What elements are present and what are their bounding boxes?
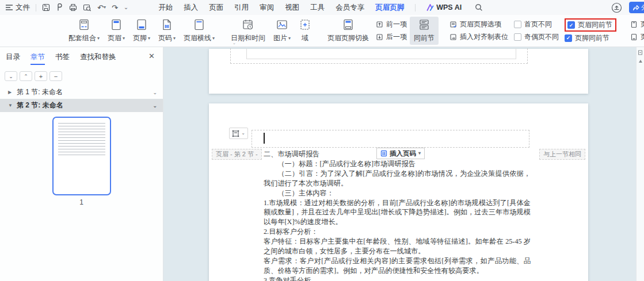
insert-page-number-button[interactable]: 插入页码 ▾ <box>376 148 425 159</box>
chevron-down-icon: ▾ <box>418 151 421 156</box>
print-button[interactable] <box>69 3 77 11</box>
odd-even-different-label: 奇偶页不同 <box>524 32 559 42</box>
chevron-down-icon: ▾ <box>288 36 291 41</box>
sidebar-close-icon[interactable]: ✕ <box>148 52 155 60</box>
ribbon-tabs: 开始 插入 页面 引用 审阅 视图 工具 会员专享 页眉页脚 WPS AI <box>158 3 483 13</box>
remove-section-button[interactable]: − <box>49 71 62 81</box>
next-section-button[interactable]: ⌄ <box>5 71 17 81</box>
expanded-triangle-icon[interactable]: ▼ <box>8 103 13 108</box>
document-body-text[interactable]: 二、市场调研报告 （一）标题：[产品或行业名称]市场调研报告 （二）引言：为了深… <box>264 149 531 281</box>
thumbnail-page-number: 1 <box>0 198 163 206</box>
sidebar-tab-sections[interactable]: 章节 <box>31 52 45 62</box>
share-icon <box>632 5 639 11</box>
sidebar-tab-contents[interactable]: 目录 <box>6 52 20 62</box>
save-button[interactable] <box>42 3 50 11</box>
next-item-button[interactable]: 后一项 <box>376 32 407 42</box>
previous-section-button[interactable]: ⌃ <box>20 71 32 81</box>
margin-group: 页眉上边距: 1.50厘米 ⌃⌄ 页脚下边距: 1.75厘米 ⌃⌄ <box>627 17 644 45</box>
scroll-prev-page-icon[interactable] <box>638 50 643 55</box>
datetime-label: 日期和时间 <box>231 33 265 43</box>
ribbon-collapse-icon[interactable]: ⌄ <box>233 41 236 45</box>
footer-button[interactable]: 页脚▾ <box>129 17 154 45</box>
header-line-button[interactable]: 页眉横线▾ <box>180 17 219 45</box>
chevron-down-icon[interactable]: ⌄ <box>153 103 157 109</box>
checkbox-unchecked-icon <box>514 21 521 28</box>
footer-bottom-margin-row: 页脚下边距: 1.75厘米 ⌃⌄ <box>630 32 644 43</box>
same-as-previous-section-button[interactable]: 同前节 <box>410 17 439 45</box>
title-bar: 文件 ↶▾ ↷ ⌄ 开始 插入 页面 引用 审阅 视图 工具 会员专享 页眉页脚… <box>0 0 644 15</box>
header-footer-options-button[interactable]: 页眉页脚选项 <box>449 20 508 29</box>
doc-paragraph: 3.竞争对手分析 <box>264 276 531 281</box>
diff-checkbox-group: 首页不同 奇偶页不同 <box>511 17 562 45</box>
doc-paragraph: （一）标题：[产品或行业名称]市场调研报告 <box>264 159 531 169</box>
file-menu[interactable]: 文件 <box>6 3 30 13</box>
vertical-scrollbar[interactable] <box>636 47 644 281</box>
header-button[interactable]: 页眉▾ <box>104 17 129 45</box>
document-canvas[interactable]: ⌄ 页眉 - 第 2 节 - 插入页码 ▾ 与上一节相同 二、市场调研报告 （一… <box>163 47 644 281</box>
header-line-icon <box>193 18 205 31</box>
export-button[interactable] <box>56 3 63 11</box>
thumbnail-text-lines <box>58 123 105 155</box>
insert-alignment-tab-button[interactable]: 插入对齐制表位 <box>449 32 508 42</box>
picture-button[interactable]: 图片▾ <box>269 17 295 45</box>
section-row-1[interactable]: ▶ 第 1 节: 未命名 ⌄ <box>0 86 163 99</box>
section-row-2[interactable]: ▼ 第 2 节: 未命名 ⌄ <box>0 99 163 112</box>
first-page-different-checkbox[interactable]: 首页不同 <box>514 20 559 29</box>
footer-margin-icon <box>630 33 638 41</box>
chevron-down-icon[interactable]: ⌄ <box>153 90 157 95</box>
collapsed-triangle-icon[interactable]: ▶ <box>8 90 13 95</box>
combo-set-button[interactable]: 配套组合▾ <box>64 17 104 45</box>
cloud-upload-icon[interactable] <box>611 2 622 13</box>
footer-same-prev-checkbox[interactable]: ✓ 页脚同前节 <box>565 33 616 43</box>
tab-review[interactable]: 审阅 <box>260 3 274 13</box>
tab-page[interactable]: 页面 <box>209 3 223 13</box>
chevron-down-icon: ⌄ <box>241 131 245 136</box>
tab-reference[interactable]: 引用 <box>234 3 249 13</box>
sidebar-tab-find-replace[interactable]: 查找和替换 <box>80 52 116 62</box>
footer-same-prev-label: 页脚同前节 <box>575 33 609 43</box>
wps-ai-logo-icon <box>426 4 434 11</box>
tab-insert[interactable]: 插入 <box>184 3 198 13</box>
page-number-label: 页码 <box>158 33 172 43</box>
field-button[interactable]: 域 <box>295 17 315 45</box>
doc-paragraph: 1.市场规模：通过对相关数据的分析，目前[产品或行业名称]的市场规模达到了[具体… <box>264 198 531 228</box>
chevron-down-icon: ▾ <box>97 36 100 41</box>
header-footer-toggle-button[interactable]: 页眉页脚切换 <box>323 17 373 45</box>
tab-home[interactable]: 开始 <box>158 3 173 13</box>
undo-button[interactable]: ↶▾ <box>97 4 106 11</box>
redo-button[interactable]: ↷ <box>112 4 118 11</box>
document-page-2[interactable]: ⌄ 页眉 - 第 2 节 - 插入页码 ▾ 与上一节相同 二、市场调研报告 （一… <box>209 103 588 281</box>
header-footer-options-label: 页眉页脚选项 <box>460 20 501 29</box>
tab-member[interactable]: 会员专享 <box>336 3 364 13</box>
section-list: ▶ 第 1 节: 未命名 ⌄ ▼ 第 2 节: 未命名 ⌄ 1 <box>0 86 163 206</box>
insert-page-number-icon <box>380 150 387 157</box>
picture-icon <box>276 18 288 31</box>
header-settings-button[interactable]: ⌄ <box>229 128 248 139</box>
chevron-down-icon: ▾ <box>123 36 125 41</box>
tab-view[interactable]: 视图 <box>285 3 299 13</box>
tab-header-footer[interactable]: 页眉页脚 <box>375 3 404 13</box>
add-section-button[interactable]: + <box>35 71 47 81</box>
sidebar-tab-bookmarks[interactable]: 书签 <box>55 52 70 62</box>
tab-tools[interactable]: 工具 <box>310 3 325 13</box>
previous-item-button[interactable]: 前一项 <box>376 20 407 29</box>
page-thumbnail[interactable] <box>52 117 111 195</box>
quick-access-more-icon[interactable]: ⌄ <box>124 5 128 10</box>
odd-even-different-checkbox[interactable]: 奇偶页不同 <box>514 32 559 42</box>
scroll-marker-icon[interactable] <box>638 59 643 64</box>
search-icon[interactable] <box>475 3 483 11</box>
print-preview-button[interactable] <box>83 3 92 11</box>
options-group: 页眉页脚选项 插入对齐制表位 <box>447 17 511 45</box>
header-edit-box[interactable] <box>251 130 529 148</box>
page-number-button[interactable]: 页码▾ <box>154 17 180 45</box>
chevron-down-icon: ▾ <box>173 36 176 41</box>
file-menu-label: 文件 <box>16 3 30 13</box>
insert-alignment-tab-label: 插入对齐制表位 <box>460 32 508 42</box>
share-button[interactable]: 分享 <box>629 2 644 13</box>
tab-wps-ai[interactable]: WPS AI <box>426 3 462 11</box>
share-label: 分享 <box>641 3 644 12</box>
document-page-1[interactable] <box>209 49 588 94</box>
next-item-label: 后一项 <box>386 32 407 42</box>
footer-icon <box>135 18 148 31</box>
header-same-prev-checkbox[interactable]: ✓ 页眉同前节 <box>567 20 612 30</box>
